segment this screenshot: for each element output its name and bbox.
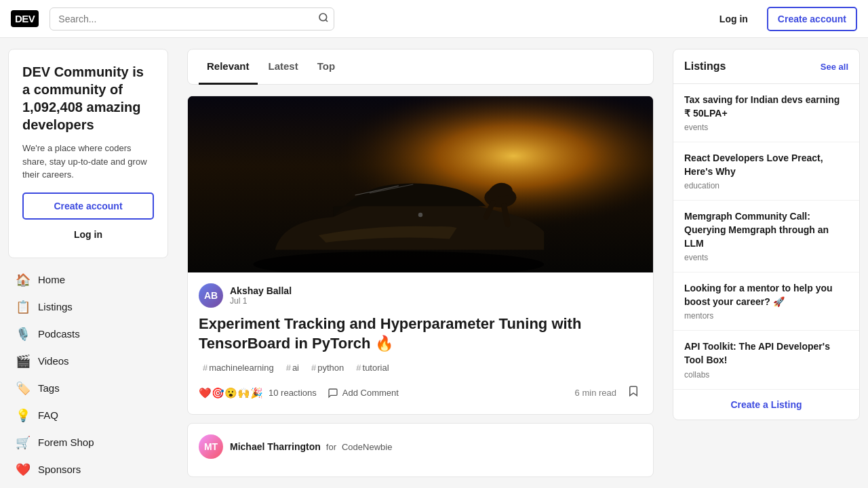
see-all-link[interactable]: See all bbox=[821, 62, 848, 72]
right-sidebar: Listings See all Tax saving for Indian d… bbox=[665, 38, 868, 488]
listing-category: events bbox=[684, 123, 848, 132]
listing-item-title: Memgraph Community Call: Querying Memgra… bbox=[684, 210, 848, 250]
author-name[interactable]: Akshay Ballal bbox=[230, 285, 292, 296]
article-tag[interactable]: #tutorial bbox=[352, 361, 393, 374]
sidebar-login-link[interactable]: Log in bbox=[22, 225, 154, 244]
header: DEV Log in Create account bbox=[0, 0, 868, 38]
bookmark-button[interactable] bbox=[625, 382, 642, 403]
comment-button[interactable]: Add Comment bbox=[322, 385, 404, 401]
tag-dot: # bbox=[203, 363, 208, 373]
listings-icon: 📋 bbox=[15, 300, 31, 314]
sidebar-item-label: Forem Shop bbox=[38, 436, 94, 448]
tag-dot: # bbox=[356, 363, 361, 373]
author-date: Jul 1 bbox=[230, 296, 292, 306]
forem-shop-icon: 🛒 bbox=[15, 435, 31, 450]
videos-icon: 🎬 bbox=[15, 354, 31, 369]
listing-category: events bbox=[684, 253, 848, 262]
main-content: RelevantLatestTop bbox=[176, 38, 665, 488]
community-box: DEV Community is a community of 1,092,40… bbox=[8, 49, 168, 258]
search-input[interactable] bbox=[50, 7, 334, 30]
search-button[interactable] bbox=[318, 12, 329, 26]
podcasts-icon: 🎙️ bbox=[15, 327, 31, 342]
avatar-2[interactable]: MT bbox=[199, 434, 223, 459]
article-footer: ❤️🎯😮🙌🎉 10 reactions Add Comment 6 min re… bbox=[199, 382, 642, 403]
faq-icon: 💡 bbox=[15, 408, 31, 423]
article-body: AB Akshay Ballal Jul 1 Experiment Tracki… bbox=[188, 272, 653, 414]
sidebar-item-label: Podcasts bbox=[38, 328, 80, 340]
sidebar-nav: 🏠Home📋Listings🎙️Podcasts🎬Videos🏷️Tags💡FA… bbox=[8, 266, 168, 483]
article-tag[interactable]: #machinelearning bbox=[199, 361, 278, 374]
home-icon: 🏠 bbox=[15, 272, 31, 287]
header-login-button[interactable]: Log in bbox=[711, 8, 756, 30]
article-hero-image[interactable] bbox=[188, 96, 653, 272]
svg-line-1 bbox=[326, 20, 328, 22]
community-title: DEV Community is a community of 1,092,40… bbox=[22, 63, 154, 134]
tab-top[interactable]: Top bbox=[309, 49, 343, 85]
article-tags: #machinelearning#ai#python#tutorial bbox=[199, 361, 642, 374]
tag-dot: # bbox=[311, 363, 316, 373]
tab-latest[interactable]: Latest bbox=[260, 49, 307, 85]
sidebar-item-label: Sponsors bbox=[38, 464, 81, 475]
listing-item[interactable]: Tax saving for Indian devs earning ₹ 50L… bbox=[673, 84, 859, 142]
read-time: 6 min read bbox=[575, 388, 616, 398]
sidebar-item-label: Videos bbox=[38, 355, 69, 367]
listing-category: education bbox=[684, 181, 848, 190]
avatar[interactable]: AB bbox=[199, 283, 223, 308]
listing-item[interactable]: API Toolkit: The API Developer's Tool Bo… bbox=[673, 331, 859, 389]
tab-relevant[interactable]: Relevant bbox=[199, 49, 258, 85]
article-card: AB Akshay Ballal Jul 1 Experiment Tracki… bbox=[187, 96, 654, 415]
reaction-count: 10 reactions bbox=[269, 388, 317, 398]
article-author-2: MT Michael Tharrington for CodeNewbie bbox=[199, 434, 642, 459]
listing-item[interactable]: React Developers Love Preact, Here's Why… bbox=[673, 142, 859, 201]
tag-dot: # bbox=[286, 363, 291, 373]
sidebar-item-forem-shop[interactable]: 🛒Forem Shop bbox=[8, 429, 168, 456]
sponsors-icon: ❤️ bbox=[15, 462, 31, 477]
sidebar-item-label: Tags bbox=[38, 382, 60, 394]
article-author: AB Akshay Ballal Jul 1 bbox=[199, 283, 642, 308]
sidebar-item-videos[interactable]: 🎬Videos bbox=[8, 348, 168, 375]
listing-item[interactable]: Looking for a mentor to help you boost y… bbox=[673, 272, 859, 331]
svg-point-7 bbox=[418, 213, 422, 217]
comment-icon bbox=[328, 388, 338, 399]
sidebar-item-sponsors[interactable]: ❤️Sponsors bbox=[8, 456, 168, 483]
logo[interactable]: DEV bbox=[11, 10, 39, 27]
feed-tabs: RelevantLatestTop bbox=[187, 49, 654, 85]
sidebar-item-podcasts[interactable]: 🎙️Podcasts bbox=[8, 321, 168, 348]
svg-line-9 bbox=[504, 206, 507, 224]
sidebar-item-faq[interactable]: 💡FAQ bbox=[8, 402, 168, 429]
author-for: for bbox=[326, 442, 336, 452]
listing-item-title: API Toolkit: The API Developer's Tool Bo… bbox=[684, 340, 848, 367]
listing-item[interactable]: Memgraph Community Call: Querying Memgra… bbox=[673, 201, 859, 272]
reaction-emojis[interactable]: ❤️🎯😮🙌🎉 bbox=[199, 387, 263, 399]
comment-label: Add Comment bbox=[342, 388, 399, 398]
sidebar-item-label: Home bbox=[38, 274, 65, 285]
community-desc: We're a place where coders share, stay u… bbox=[22, 142, 154, 182]
listings-title: Listings bbox=[684, 60, 726, 73]
hero-car-scene bbox=[188, 96, 653, 272]
page-layout: DEV Community is a community of 1,092,40… bbox=[0, 38, 868, 488]
author-info: Akshay Ballal Jul 1 bbox=[230, 285, 292, 306]
sidebar-item-label: FAQ bbox=[38, 409, 58, 421]
search-bar bbox=[50, 7, 334, 30]
sidebar-item-home[interactable]: 🏠Home bbox=[8, 266, 168, 293]
sidebar-create-account-button[interactable]: Create account bbox=[22, 192, 154, 220]
svg-point-0 bbox=[319, 14, 327, 21]
reactions: ❤️🎯😮🙌🎉 10 reactions Add Comment bbox=[199, 385, 404, 401]
article-title[interactable]: Experiment Tracking and Hyperparameter T… bbox=[199, 314, 642, 353]
listing-item-title: Tax saving for Indian devs earning ₹ 50L… bbox=[684, 94, 848, 120]
listings-items: Tax saving for Indian devs earning ₹ 50L… bbox=[673, 84, 859, 390]
sidebar-item-tags[interactable]: 🏷️Tags bbox=[8, 375, 168, 402]
article-card-2: MT Michael Tharrington for CodeNewbie bbox=[187, 423, 654, 477]
article-tag[interactable]: #python bbox=[307, 361, 348, 374]
listings-box: Listings See all Tax saving for Indian d… bbox=[673, 49, 860, 420]
create-listing-button[interactable]: Create a Listing bbox=[673, 390, 859, 420]
author-org[interactable]: CodeNewbie bbox=[342, 442, 392, 452]
header-create-account-button[interactable]: Create account bbox=[767, 7, 857, 31]
listing-category: mentors bbox=[684, 311, 848, 321]
article-tag[interactable]: #ai bbox=[282, 361, 303, 374]
tags-icon: 🏷️ bbox=[15, 381, 31, 396]
sidebar-item-listings[interactable]: 📋Listings bbox=[8, 293, 168, 321]
listing-item-title: React Developers Love Preact, Here's Why bbox=[684, 152, 848, 178]
author-name-2[interactable]: Michael Tharrington bbox=[230, 441, 321, 452]
listings-header: Listings See all bbox=[673, 49, 859, 84]
